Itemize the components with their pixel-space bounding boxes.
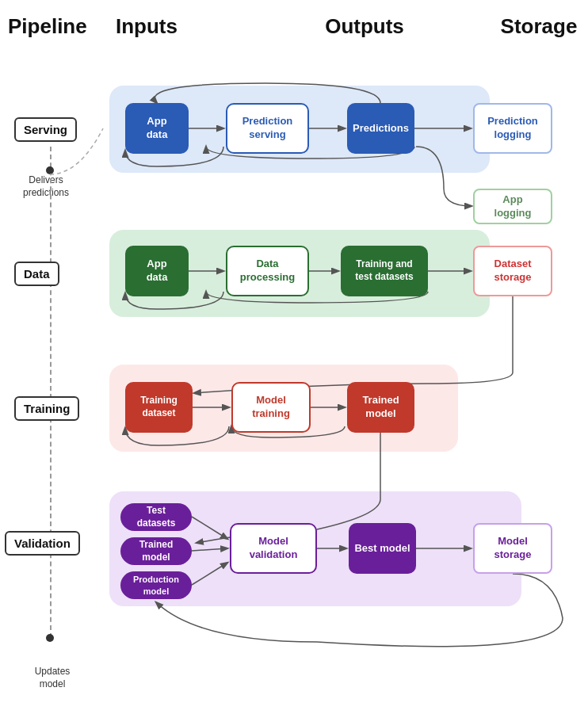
delivers-predictions-text: Delivers predictions bbox=[14, 174, 78, 199]
node-best-model: Best model bbox=[349, 523, 416, 574]
node-predictions: Predictions bbox=[347, 103, 414, 154]
node-trained-model-v: Trained model bbox=[120, 537, 192, 565]
header-pipeline: Pipeline bbox=[8, 14, 79, 39]
node-prediction-serving: Prediction serving bbox=[226, 103, 309, 154]
header-outputs: Outputs bbox=[277, 14, 452, 39]
node-app-data-data: App data bbox=[125, 246, 189, 296]
pipeline-label-validation: Validation bbox=[5, 531, 80, 556]
node-data-processing: Data processing bbox=[226, 246, 309, 296]
pipeline-dot-validation bbox=[46, 634, 54, 642]
diagram-container: Pipeline Inputs Outputs Storage Serving … bbox=[0, 0, 588, 718]
node-model-storage: Model storage bbox=[473, 523, 552, 574]
pipeline-label-data: Data bbox=[14, 262, 59, 286]
node-test-datasets: Test datasets bbox=[120, 503, 192, 531]
node-production-model: Production model bbox=[120, 571, 192, 599]
node-app-logging: App logging bbox=[473, 189, 552, 224]
pipeline-dot-serving bbox=[46, 166, 54, 174]
node-app-data-serving: App data bbox=[125, 103, 189, 154]
pipeline-label-serving: Serving bbox=[14, 117, 77, 142]
node-prediction-logging: Prediction logging bbox=[473, 103, 552, 154]
node-model-validation: Model validation bbox=[230, 523, 317, 574]
node-training-dataset: Training dataset bbox=[125, 382, 193, 433]
header-storage: Storage bbox=[491, 14, 586, 39]
updates-model-text: Updates model bbox=[21, 666, 84, 690]
node-model-training: Model training bbox=[231, 382, 311, 433]
header-row: Pipeline Inputs Outputs Storage bbox=[0, 14, 588, 39]
node-training-test-datasets: Training and test datasets bbox=[341, 246, 428, 296]
node-dataset-storage: Dataset storage bbox=[473, 246, 552, 296]
pipeline-dashed-line bbox=[50, 147, 52, 638]
pipeline-label-training: Training bbox=[14, 396, 79, 421]
header-inputs: Inputs bbox=[95, 14, 198, 39]
node-trained-model: Trained model bbox=[347, 382, 414, 433]
